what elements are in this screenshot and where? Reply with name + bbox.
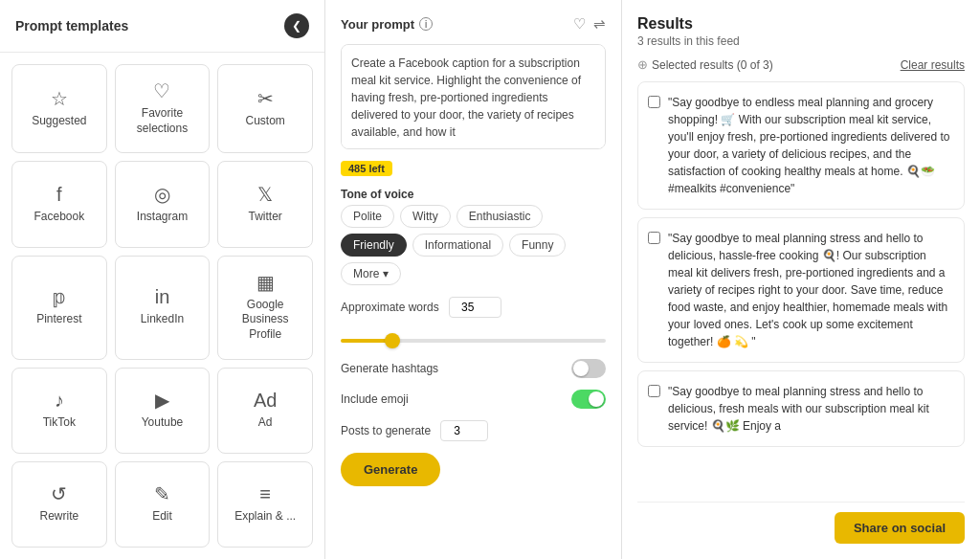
template-label-custom: Custom <box>245 114 284 129</box>
selected-results: ⊕ Selected results (0 of 3) <box>637 57 773 72</box>
tone-btn-witty[interactable]: Witty <box>400 205 451 228</box>
left-header: Prompt templates ❮ <box>0 0 324 53</box>
template-item-linkedin[interactable]: in LinkedIn <box>115 256 211 360</box>
left-panel: Prompt templates ❮ ☆ Suggested ♡ Favorit… <box>0 0 325 559</box>
template-label-explain: Explain & ... <box>234 509 296 525</box>
template-label-suggested: Suggested <box>32 114 86 129</box>
template-icon-explain: ≡ <box>259 484 271 503</box>
tone-btn-funny[interactable]: Funny <box>509 234 566 257</box>
template-item-explain[interactable]: ≡ Explain & ... <box>217 461 313 548</box>
template-label-instagram: Instagram <box>137 210 188 225</box>
emoji-label: Include emoji <box>341 392 409 406</box>
right-panel: Results 3 results in this feed ⊕ Selecte… <box>622 0 980 559</box>
posts-label: Posts to generate <box>341 424 431 437</box>
hashtags-label: Generate hashtags <box>341 362 438 375</box>
tone-btn-friendly[interactable]: Friendly <box>341 234 407 257</box>
template-label-twitter: Twitter <box>248 210 281 225</box>
templates-grid: ☆ Suggested ♡ Favorite selections ✂ Cust… <box>0 53 324 559</box>
result-checkbox-3[interactable] <box>648 385 660 397</box>
result-card-1: "Say goodbye to endless meal planning an… <box>637 81 965 210</box>
result-checkbox-1[interactable] <box>648 96 660 108</box>
shuffle-icon[interactable]: ⇌ <box>593 15 606 33</box>
result-card-3: "Say goodbye to meal planning stress and… <box>637 370 965 447</box>
tone-btn-more[interactable]: More ▾ <box>341 262 401 285</box>
template-icon-google-business: ▦ <box>256 273 275 292</box>
template-icon-custom: ✂ <box>257 89 274 108</box>
template-label-youtube: Youtube <box>142 415 184 431</box>
template-item-facebook[interactable]: f Facebook <box>11 161 107 247</box>
template-label-tiktok: TikTok <box>43 415 76 431</box>
template-item-instagram[interactable]: ◎ Instagram <box>115 161 211 247</box>
template-icon-twitter: 𝕏 <box>257 185 273 204</box>
template-icon-suggested: ☆ <box>51 89 68 108</box>
template-item-tiktok[interactable]: ♪ TikTok <box>11 368 107 454</box>
results-subtitle: 3 results in this feed <box>637 34 965 48</box>
selected-label: Selected results (0 of 3) <box>652 58 773 72</box>
template-item-ad[interactable]: Ad Ad <box>217 368 313 454</box>
posts-input[interactable] <box>440 420 488 441</box>
hashtags-toggle[interactable] <box>571 359 606 378</box>
slider-container <box>341 331 606 346</box>
template-icon-linkedin: in <box>155 287 170 306</box>
template-item-youtube[interactable]: ▶ Youtube <box>115 368 211 454</box>
template-item-suggested[interactable]: ☆ Suggested <box>11 64 107 153</box>
template-label-rewrite: Rewrite <box>39 509 78 525</box>
template-icon-edit: ✎ <box>154 484 170 503</box>
template-item-favorite[interactable]: ♡ Favorite selections <box>115 64 211 153</box>
results-title: Results <box>637 15 965 33</box>
template-item-google-business[interactable]: ▦ Google Business Profile <box>217 256 313 360</box>
tone-buttons: PoliteWittyEnthusiasticFriendlyInformati… <box>341 205 606 285</box>
chars-left-badge: 485 left <box>341 161 392 176</box>
template-item-pinterest[interactable]: 𝕡 Pinterest <box>11 256 107 360</box>
template-label-google-business: Google Business Profile <box>226 298 304 343</box>
tone-btn-informational[interactable]: Informational <box>412 234 503 257</box>
selected-icon: ⊕ <box>637 57 648 72</box>
template-item-custom[interactable]: ✂ Custom <box>217 64 313 153</box>
words-slider[interactable] <box>341 339 606 343</box>
result-text-2: "Say goodbye to meal planning stress and… <box>668 230 952 350</box>
template-item-rewrite[interactable]: ↺ Rewrite <box>11 461 107 548</box>
info-icon[interactable]: i <box>419 17 433 31</box>
template-label-facebook: Facebook <box>33 210 84 225</box>
approx-words-label: Approximate words <box>341 301 439 314</box>
generate-button[interactable]: Generate <box>341 453 440 486</box>
share-btn-container: Share on social <box>637 502 965 544</box>
results-toolbar: ⊕ Selected results (0 of 3) Clear result… <box>637 57 965 72</box>
tone-label: Tone of voice <box>341 188 606 201</box>
result-text-3: "Say goodbye to meal planning stress and… <box>668 383 952 435</box>
hashtags-toggle-row: Generate hashtags <box>341 359 606 378</box>
result-card-2: "Say goodbye to meal planning stress and… <box>637 217 965 363</box>
collapse-button[interactable]: ❮ <box>284 13 309 38</box>
template-label-edit: Edit <box>152 509 172 525</box>
tone-section: Tone of voice PoliteWittyEnthusiasticFri… <box>341 188 606 285</box>
emoji-toggle-row: Include emoji <box>341 390 606 409</box>
template-icon-favorite: ♡ <box>153 81 170 101</box>
approx-words-input[interactable] <box>449 297 501 318</box>
template-icon-pinterest: 𝕡 <box>53 287 66 306</box>
result-checkbox-2[interactable] <box>648 232 660 244</box>
template-item-twitter[interactable]: 𝕏 Twitter <box>217 161 313 247</box>
share-on-social-button[interactable]: Share on social <box>835 512 965 544</box>
prompt-title: Your prompt i <box>341 17 433 32</box>
prompt-textarea[interactable] <box>341 44 606 149</box>
template-label-pinterest: Pinterest <box>36 312 81 327</box>
heart-icon[interactable]: ♡ <box>573 15 586 33</box>
clear-results-button[interactable]: Clear results <box>901 58 965 72</box>
template-icon-ad: Ad <box>254 391 277 410</box>
chars-left-container: 485 left <box>341 161 606 176</box>
result-text-1: "Say goodbye to endless meal planning an… <box>668 94 952 197</box>
results-list: "Say goodbye to endless meal planning an… <box>637 81 965 502</box>
template-icon-facebook: f <box>56 185 62 204</box>
tone-btn-polite[interactable]: Polite <box>341 205 394 228</box>
emoji-toggle[interactable] <box>571 390 606 409</box>
middle-panel: Your prompt i ♡ ⇌ 485 left Tone of voice… <box>325 0 622 559</box>
template-label-linkedin: LinkedIn <box>141 312 184 327</box>
template-icon-tiktok: ♪ <box>55 391 64 410</box>
tone-btn-enthusiastic[interactable]: Enthusiastic <box>457 205 544 228</box>
template-label-favorite: Favorite selections <box>123 106 202 136</box>
template-item-edit[interactable]: ✎ Edit <box>115 461 211 548</box>
prompt-label: Your prompt <box>341 17 414 32</box>
template-icon-rewrite: ↺ <box>51 484 67 503</box>
template-label-ad: Ad <box>258 415 273 431</box>
template-icon-instagram: ◎ <box>154 185 170 204</box>
